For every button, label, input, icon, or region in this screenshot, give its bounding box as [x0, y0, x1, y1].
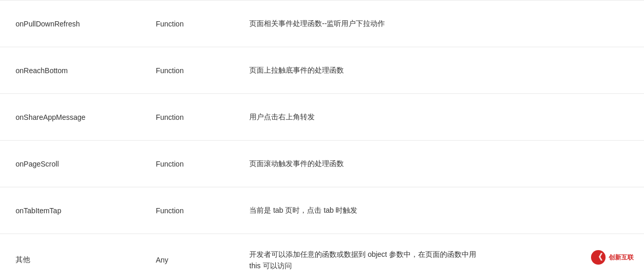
table-row: 其他 Any 开发者可以添加任意的函数或数据到 object 参数中，在页面的函… [0, 234, 644, 275]
row-type: Function [145, 94, 239, 140]
row-name: onReachBottom [0, 47, 145, 93]
row-name: onShareAppMessage [0, 94, 145, 140]
row-type: Any [145, 234, 239, 275]
table-row: onTabItemTap Function 当前是 tab 页时，点击 tab … [0, 187, 644, 234]
row-name: onPageScroll [0, 141, 145, 187]
watermark-text: 创新互联 [609, 253, 634, 262]
watermark-icon: 《 [591, 250, 606, 265]
row-name: 其他 [0, 234, 145, 275]
row-type: Function [145, 187, 239, 233]
table-row: onPullDownRefresh Function 页面相关事件处理函数--监… [0, 1, 644, 47]
row-type: Function [145, 141, 239, 187]
row-description: 页面滚动触发事件的处理函数 [239, 141, 644, 187]
row-description: 当前是 tab 页时，点击 tab 时触发 [239, 187, 644, 233]
row-name: onTabItemTap [0, 187, 145, 233]
row-description: 页面相关事件处理函数--监听用户下拉动作 [239, 1, 644, 47]
table-row: onShareAppMessage Function 用户点击右上角转发 [0, 94, 644, 141]
row-description: 用户点击右上角转发 [239, 94, 644, 140]
row-type: Function [145, 47, 239, 93]
table-row: onPageScroll Function 页面滚动触发事件的处理函数 [0, 141, 644, 187]
api-table: onPullDownRefresh Function 页面相关事件处理函数--监… [0, 0, 644, 275]
row-description: 页面上拉触底事件的处理函数 [239, 47, 644, 93]
watermark: 《 创新互联 [591, 250, 634, 265]
row-description: 开发者可以添加任意的函数或数据到 object 参数中，在页面的函数中用 thi… [239, 234, 644, 275]
table-row: onReachBottom Function 页面上拉触底事件的处理函数 [0, 47, 644, 94]
row-name: onPullDownRefresh [0, 1, 145, 47]
row-type: Function [145, 1, 239, 47]
